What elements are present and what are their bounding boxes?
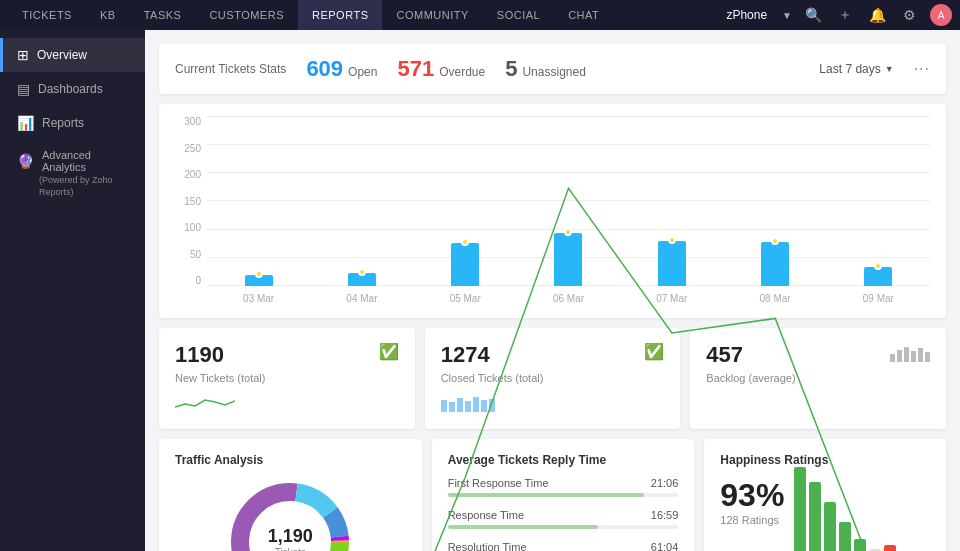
reply-time-card: Average Tickets Reply Time First Respons… (432, 439, 695, 551)
bar (554, 233, 582, 286)
brand-name[interactable]: zPhone (726, 8, 767, 22)
avatar[interactable]: A (930, 4, 952, 26)
traffic-card: Traffic Analysis (159, 439, 422, 551)
check-icon-1: ✅ (379, 342, 399, 361)
rt-label-2: Resolution Time (448, 541, 527, 551)
search-icon[interactable]: 🔍 (802, 4, 824, 26)
sidebar-dashboards-label: Dashboards (38, 82, 103, 96)
reply-time-title: Average Tickets Reply Time (448, 453, 679, 467)
x-label: 04 Mar (346, 293, 377, 304)
app-layout: ⊞ Overview ▤ Dashboards 📊 Reports 🔮 Adva… (0, 30, 960, 551)
x-label: 05 Mar (450, 293, 481, 304)
overdue-label: Overdue (439, 65, 485, 79)
bar-dot (874, 262, 882, 270)
nav-items-left: TICKETS KB TASKS CUSTOMERS REPORTS COMMU… (8, 0, 613, 30)
chart-col: 07 Mar (620, 116, 723, 286)
rt-value-1: 16:59 (651, 509, 679, 521)
plus-icon[interactable]: ＋ (834, 4, 856, 26)
rt-row-0: First Response Time 21:06 (448, 477, 679, 497)
nav-kb[interactable]: KB (86, 0, 130, 30)
x-label: 08 Mar (759, 293, 790, 304)
unassigned-label: Unassigned (522, 65, 585, 79)
nav-tickets[interactable]: TICKETS (8, 0, 86, 30)
nav-reports[interactable]: REPORTS (298, 0, 382, 30)
rt-label-1: Response Time (448, 509, 524, 521)
svg-rect-3 (465, 401, 471, 412)
sidebar-advanced-sublabel: (Powered by Zoho Reports) (17, 175, 131, 198)
rt-row-1: Response Time 16:59 (448, 509, 679, 529)
svg-rect-5 (481, 400, 487, 412)
closed-tickets-card: 1274 ✅ Closed Tickets (total) (425, 328, 681, 429)
sidebar: ⊞ Overview ▤ Dashboards 📊 Reports 🔮 Adva… (0, 30, 145, 551)
overdue-stat: 571 Overdue (397, 56, 485, 82)
sidebar-advanced-label: Advanced Analytics (42, 149, 131, 173)
date-filter[interactable]: Last 7 days ▼ (819, 62, 893, 76)
rt-label-0: First Response Time (448, 477, 549, 489)
x-label: 03 Mar (243, 293, 274, 304)
unassigned-stat: 5 Unassigned (505, 56, 586, 82)
x-label: 06 Mar (553, 293, 584, 304)
notification-icon[interactable]: 🔔 (866, 4, 888, 26)
happiness-title: Happiness Ratings (720, 453, 930, 467)
nav-social[interactable]: SOCIAL (483, 0, 554, 30)
chart-col: 06 Mar (517, 116, 620, 286)
new-tickets-label: New Tickets (total) (175, 372, 399, 384)
happiness-card: Happiness Ratings 93% 128 Ratings (704, 439, 946, 551)
overview-icon: ⊞ (17, 47, 29, 63)
sidebar-reports-label: Reports (42, 116, 84, 130)
svg-rect-6 (489, 399, 495, 412)
more-button[interactable]: ··· (914, 60, 930, 78)
traffic-title: Traffic Analysis (175, 453, 406, 467)
donut-total: 1,190 (268, 526, 313, 547)
advanced-icon: 🔮 (17, 153, 34, 169)
chart-col: 04 Mar (310, 116, 413, 286)
svg-rect-1 (449, 402, 455, 412)
backlog-label: Backlog (average) (706, 372, 930, 384)
nav-tasks[interactable]: TASKS (130, 0, 196, 30)
date-filter-arrow: ▼ (885, 64, 894, 74)
sidebar-item-dashboards[interactable]: ▤ Dashboards (0, 72, 145, 106)
bar-dot (564, 228, 572, 236)
svg-rect-7 (890, 354, 895, 362)
chart-col: 09 Mar (827, 116, 930, 286)
nav-customers[interactable]: CUSTOMERS (195, 0, 298, 30)
nav-items-right: zPhone ▼ 🔍 ＋ 🔔 ⚙ A (726, 4, 952, 26)
metric-cards-row: 1190 ✅ New Tickets (total) 1274 ✅ Closed… (159, 328, 946, 429)
date-filter-label: Last 7 days (819, 62, 880, 76)
svg-rect-11 (918, 348, 923, 362)
nav-chat[interactable]: CHAT (554, 0, 613, 30)
x-label: 09 Mar (863, 293, 894, 304)
settings-icon[interactable]: ⚙ (898, 4, 920, 26)
overdue-num: 571 (397, 56, 434, 82)
rt-value-0: 21:06 (651, 477, 679, 489)
new-tickets-num: 1190 (175, 342, 224, 368)
stats-bar: Current Tickets Stats 609 Open 571 Overd… (159, 44, 946, 94)
backlog-num: 457 (706, 342, 743, 368)
sparkline-1 (175, 392, 399, 415)
rt-rows: First Response Time 21:06 Response Time … (448, 477, 679, 551)
main-content: Current Tickets Stats 609 Open 571 Overd… (145, 30, 960, 551)
reports-icon: 📊 (17, 115, 34, 131)
bar (245, 275, 273, 286)
sidebar-item-overview[interactable]: ⊞ Overview (0, 38, 145, 72)
sidebar-item-reports[interactable]: 📊 Reports (0, 106, 145, 140)
nav-community[interactable]: COMMUNITY (382, 0, 482, 30)
happiness-bar-chart (794, 477, 926, 551)
svg-rect-4 (473, 397, 479, 412)
sparkline-2 (441, 392, 665, 415)
svg-rect-9 (904, 347, 909, 362)
bar-dot (358, 268, 366, 276)
svg-rect-8 (897, 350, 902, 362)
chart-col: 08 Mar (723, 116, 826, 286)
bar-dot (771, 237, 779, 245)
svg-rect-10 (911, 351, 916, 362)
sidebar-item-advanced[interactable]: 🔮 Advanced Analytics (Powered by Zoho Re… (0, 140, 145, 207)
donut-chart: 1,190 Tickets (175, 477, 406, 551)
rt-row-2: Resolution Time 61:04 (448, 541, 679, 551)
bar-dot (255, 270, 263, 278)
bar-dot (461, 238, 469, 246)
happiness-ratings-count: 128 Ratings (720, 514, 784, 526)
bar (658, 241, 686, 286)
open-label: Open (348, 65, 377, 79)
svg-rect-2 (457, 398, 463, 412)
